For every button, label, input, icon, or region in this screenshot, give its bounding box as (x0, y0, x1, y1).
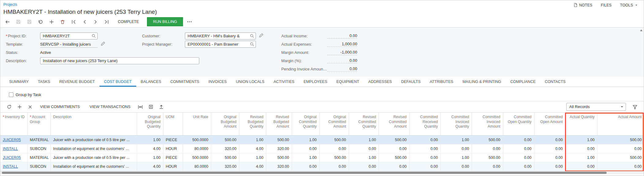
grid-cell-committed-received-quantity[interactable]: 0.00 (409, 162, 440, 171)
column-header-revised-budgeted-amount[interactable]: Revised Budgeted Amount (266, 113, 292, 135)
grid-cell-committed-invoiced-quantity[interactable]: 0.00 (440, 144, 472, 153)
grid-cell-committed-open-quantity[interactable]: 0.00 (503, 162, 534, 171)
tab-contacts[interactable]: CONTACTS (540, 77, 570, 87)
horizontal-scrollbar-thumb[interactable] (2, 172, 607, 174)
breadcrumb[interactable]: Projects (3, 2, 17, 7)
run-billing-button[interactable]: RUN BILLING (147, 17, 183, 26)
column-header-revised-budgeted-quantity[interactable]: Revised Budgeted Quantity (239, 113, 266, 135)
inventory-id-cell[interactable]: INSTALL (0, 162, 27, 171)
grid-cell-account-group[interactable]: SUBCON (27, 162, 51, 171)
next-record-button[interactable] (91, 17, 100, 26)
tools-button[interactable]: TOOLS (620, 3, 638, 7)
grid-cell-original-committed-amount[interactable]: 500.00 (319, 153, 349, 162)
scroll-up-arrow[interactable] (640, 29, 642, 31)
column-header-actual-quantity[interactable]: Actual Quantity (565, 113, 597, 135)
tab-commitments[interactable]: COMMITMENTS (166, 77, 204, 87)
records-filter-select[interactable]: All Records (566, 103, 626, 111)
grid-cell-original-committed-quantity[interactable]: 0.00 (292, 144, 319, 153)
grid-cell-committed-invoiced-amount[interactable]: 500.00 (472, 153, 503, 162)
grid-cell-committed-open-amount[interactable]: 0.00 (534, 162, 565, 171)
grid-cell-revised-budgeted-amount[interactable]: 500.00 (266, 153, 292, 162)
grid-cell-revised-committed-amount[interactable]: 500.00 (379, 135, 409, 144)
tab-invoices[interactable]: INVOICES (204, 77, 231, 87)
column-header-actual-amount[interactable]: Actual Amount (597, 113, 644, 135)
tab-employees[interactable]: EMPLOYEES (299, 77, 332, 87)
tab-balances[interactable]: BALANCES (136, 77, 166, 87)
tab-attributes[interactable]: ATTRIBUTES (425, 77, 458, 87)
grid-cell-original-budgeted-amount[interactable]: 500.00 (211, 135, 239, 144)
inventory-id-cell[interactable]: JUICER05 (0, 135, 27, 144)
column-header-revised-committed-quantity[interactable]: Revised Committed Quantity (349, 113, 379, 135)
grid-cell-original-budgeted-amount[interactable]: 500.00 (211, 153, 239, 162)
grid-cell-actual-quantity[interactable]: 1.00 (565, 153, 597, 162)
cancel-button[interactable] (36, 17, 45, 26)
grid-cell-original-committed-quantity[interactable]: 1.00 (292, 135, 319, 144)
tab-equipment[interactable]: EQUIPMENT (332, 77, 364, 87)
tab-activities[interactable]: ACTIVITIES (269, 77, 299, 87)
column-header-committed-open-quantity[interactable]: Committed Open Quantity (503, 113, 534, 135)
project-manager-lookup-button[interactable] (250, 42, 254, 48)
tab-defaults[interactable]: DEFAULTS (396, 77, 425, 87)
grid-cell-original-budgeted-quantity[interactable]: 4.00 (137, 162, 163, 171)
column-header-account-group[interactable]: *Account Group (27, 113, 51, 135)
grid-cell-original-committed-quantity[interactable]: 1.00 (292, 153, 319, 162)
column-header-committed-open-amount[interactable]: Committed Open Amount (534, 113, 565, 135)
add-record-button[interactable] (47, 17, 56, 26)
first-record-button[interactable] (69, 17, 78, 26)
grid-cell-description[interactable]: Juicer with a production rate of 0.5 lit… (51, 135, 137, 144)
grid-cell-original-committed-amount[interactable]: 500.00 (319, 135, 349, 144)
inventory-id-link[interactable]: JUICER05 (3, 138, 21, 142)
group-by-task-option[interactable]: Group by Task (9, 92, 644, 98)
grid-cell-committed-open-amount[interactable]: 0.00 (534, 135, 565, 144)
horizontal-scrollbar[interactable] (0, 171, 644, 174)
grid-cell-description[interactable]: Installation of equipment at the custome… (51, 162, 137, 171)
description-field[interactable]: Installation of new juicers (253 Terry L… (40, 57, 199, 64)
grid-cell-committed-received-quantity[interactable]: 0.00 (409, 135, 440, 144)
inventory-id-link[interactable]: JUICER05 (3, 155, 21, 160)
grid-cell-revised-budgeted-amount[interactable]: 500.00 (266, 135, 292, 144)
grid-cell-actual-quantity[interactable]: 1.00 (565, 135, 597, 144)
grid-cell-account-group[interactable]: MATERIAL (27, 153, 51, 162)
tab-revenue-budget[interactable]: REVENUE BUDGET (55, 77, 99, 87)
tab-union-locals[interactable]: UNION LOCALS (231, 77, 269, 87)
view-transactions-button[interactable]: VIEW TRANSACTIONS (85, 102, 135, 111)
view-commitments-button[interactable]: VIEW COMMITMENTS (36, 102, 84, 111)
grid-cell-revised-committed-amount[interactable]: 0.00 (379, 144, 409, 153)
grid-cell-committed-invoiced-quantity[interactable]: 1.00 (440, 153, 472, 162)
tab-mailing-printing[interactable]: MAILING & PRINTING (458, 77, 506, 87)
column-header-uom[interactable]: UOM (163, 113, 183, 135)
tab-cost-budget[interactable]: COST BUDGET (99, 77, 136, 87)
tab-summary[interactable]: SUMMARY (5, 77, 33, 87)
column-header-unit-rate[interactable]: Unit Rate (183, 113, 211, 135)
grid-cell-committed-invoiced-amount[interactable]: 500.00 (472, 135, 503, 144)
inventory-id-link[interactable]: INSTALL (3, 147, 18, 151)
grid-cell-revised-budgeted-quantity[interactable]: 4.00 (239, 162, 266, 171)
tab-tasks[interactable]: TASKS (33, 77, 55, 87)
column-header-revised-committed-amount[interactable]: Revised Committed Amount (379, 113, 409, 135)
grid-cell-account-group[interactable]: MATERIAL (27, 135, 51, 144)
save-button[interactable] (14, 17, 23, 26)
grid-cell-committed-invoiced-quantity[interactable]: 1.00 (440, 135, 472, 144)
customer-lookup-button[interactable] (250, 34, 254, 40)
grid-cell-revised-committed-quantity[interactable]: 0.00 (349, 144, 379, 153)
last-record-button[interactable] (102, 17, 111, 26)
grid-cell-description[interactable]: Juicer with a production rate of 0.5 lit… (51, 153, 137, 162)
grid-cell-actual-quantity[interactable]: 0.00 (565, 162, 597, 171)
grid-cell-unit-rate[interactable]: 80.0000 (183, 162, 211, 171)
filter-settings-button[interactable] (630, 103, 639, 111)
inventory-id-link[interactable]: INSTALL (3, 164, 18, 169)
table-row[interactable]: INSTALLSUBCONInstallation of equipment a… (0, 162, 644, 171)
grid-cell-revised-committed-quantity[interactable]: 1.00 (349, 153, 379, 162)
grid-cell-committed-received-quantity[interactable]: 0.00 (409, 153, 440, 162)
table-row[interactable]: INSTALLSUBCONInstallation of equipment a… (0, 144, 644, 153)
grid-cell-revised-committed-amount[interactable]: 500.00 (379, 153, 409, 162)
grid-cell-unit-rate[interactable]: 500.0000 (183, 135, 211, 144)
inventory-id-cell[interactable]: JUICER05 (0, 153, 27, 162)
more-actions-button[interactable] (185, 17, 194, 26)
column-header-inventory-id[interactable]: *Inventory ID (0, 113, 27, 135)
grid-cell-original-committed-amount[interactable]: 0.00 (319, 144, 349, 153)
customer-edit-button[interactable] (259, 33, 264, 39)
grid-cell-uom[interactable]: PIECE (163, 153, 183, 162)
column-header-description[interactable]: Description (51, 113, 137, 135)
grid-cell-revised-budgeted-quantity[interactable]: 1.00 (239, 135, 266, 144)
